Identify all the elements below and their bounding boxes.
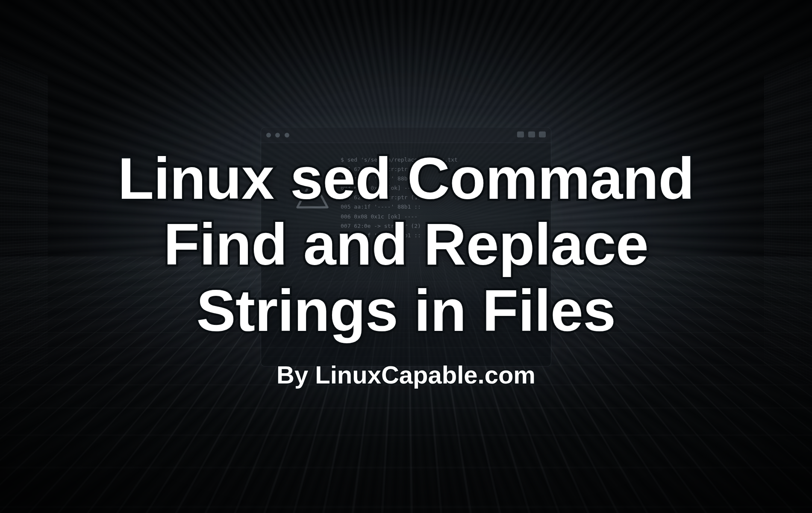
byline-text: By LinuxCapable.com <box>118 360 694 389</box>
title-line: Strings in Files <box>196 277 615 343</box>
headline-block: Linux sed Command Find and Replace Strin… <box>118 124 694 389</box>
title-line: Find and Replace <box>164 211 649 277</box>
main-title: Linux sed Command Find and Replace Strin… <box>118 145 694 344</box>
title-line: Linux sed Command <box>118 145 694 211</box>
